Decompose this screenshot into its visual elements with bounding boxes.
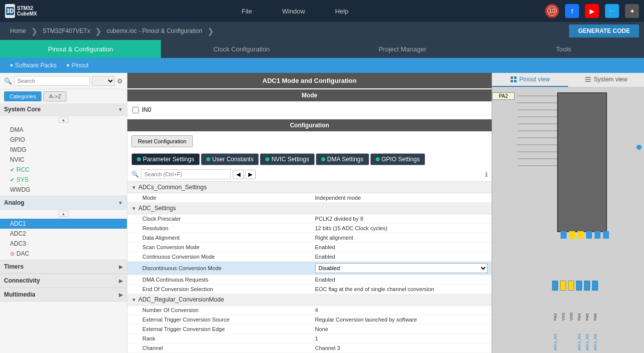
chip-pin-pa3[interactable] <box>561 231 567 239</box>
bottom-pin-vss-box[interactable] <box>560 281 566 291</box>
config-tab-dma[interactable]: DMA Settings <box>316 153 369 165</box>
sub-tab-pinout[interactable]: ▾ Pinout <box>66 62 88 69</box>
menu-window[interactable]: Window <box>282 7 305 15</box>
param-search-prev-button[interactable]: ◀ <box>233 170 244 179</box>
menu-file[interactable]: File <box>242 7 252 15</box>
group-adcs-common[interactable]: ▼ ADCs_Common_Settings <box>127 182 492 193</box>
nvic-label: NVIC <box>10 156 24 163</box>
svg-rect-5 <box>511 76 513 79</box>
youtube-icon[interactable]: ▶ <box>585 4 599 18</box>
sidebar-tab-categories[interactable]: Categories <box>4 91 41 101</box>
chip-pin-vdd2[interactable] <box>578 231 584 239</box>
param-search-input[interactable] <box>141 169 231 179</box>
config-tab-user-constants[interactable]: User Constants <box>201 153 259 165</box>
svg-rect-11 <box>585 81 591 82</box>
param-row-channel: Channel Channel 3 <box>127 344 492 353</box>
param-tab-dot <box>137 157 141 161</box>
bottom-pin-pa6-box[interactable] <box>592 281 598 291</box>
bottom-pin-pa4-box[interactable] <box>576 281 582 291</box>
scroll-up-btn[interactable]: ▲ <box>58 117 68 123</box>
bottom-pin-pa5-box[interactable] <box>584 281 590 291</box>
analog-scroll-up-btn[interactable]: ▲ <box>58 211 68 217</box>
network-icon[interactable]: ✦ <box>625 4 639 18</box>
sidebar-item-adc3[interactable]: ADC3 <box>0 239 127 249</box>
group-adc-regular[interactable]: ▼ ADC_Regular_ConversionMode <box>127 294 492 306</box>
timers-header[interactable]: Timers ▶ <box>0 260 127 274</box>
chip-pin-pa6[interactable] <box>603 231 609 239</box>
tab-pinout[interactable]: Pinout & Configuration <box>0 40 161 58</box>
chip-pin-pa4[interactable] <box>586 231 592 239</box>
search-input[interactable] <box>14 76 90 86</box>
param-row-discontinuous-mode: Discontinuous Conversion Mode Disabled E… <box>127 262 492 275</box>
breadcrumb-home[interactable]: Home <box>5 25 31 36</box>
discontinuous-mode-select[interactable]: Disabled Enabled <box>315 263 488 273</box>
svg-rect-10 <box>585 79 591 80</box>
trigger-source-name: External Trigger Conversion Source <box>142 317 315 323</box>
sidebar-item-sys[interactable]: ✔ SYS <box>0 175 127 185</box>
config-tabs: Parameter Settings User Constants NVIC S… <box>127 151 492 167</box>
sidebar: 🔍 ⚙ Categories A->Z System Core ▼ ▲ <box>0 73 127 353</box>
tab-system-view[interactable]: System view <box>568 73 644 87</box>
facebook-icon[interactable]: f <box>565 4 579 18</box>
chip-pin-vss[interactable] <box>569 231 575 239</box>
user-tab-dot <box>206 157 210 161</box>
adcs-common-expand-icon: ▼ <box>131 185 136 190</box>
discontinuous-mode-value[interactable]: Disabled Enabled <box>315 263 488 273</box>
search-dropdown[interactable] <box>92 76 115 86</box>
breadcrumb-project[interactable]: cubemx.ioc - Pinout & Configuration <box>101 25 207 36</box>
sidebar-search-row: 🔍 ⚙ <box>0 73 127 89</box>
breadcrumb-device[interactable]: STM32F407VETx <box>37 25 95 36</box>
analog-header[interactable]: Analog ▼ <box>0 196 127 210</box>
param-row-trigger-source: External Trigger Conversion Source Regul… <box>127 315 492 325</box>
gear-icon[interactable]: ⚙ <box>117 77 123 85</box>
generate-code-button[interactable]: GENERATE CODE <box>569 24 639 37</box>
in0-checkbox[interactable] <box>132 107 139 113</box>
param-search-next-button[interactable]: ▶ <box>245 170 256 179</box>
svg-text:3D: 3D <box>6 7 14 14</box>
config-tab-gpio[interactable]: GPIO Settings <box>370 153 426 165</box>
sidebar-item-nvic[interactable]: NVIC <box>0 155 127 165</box>
menu-help[interactable]: Help <box>335 7 349 15</box>
dac-error-icon: ⊘ <box>10 251 14 257</box>
adc-regular-label: ADC_Regular_ConversionMode <box>138 296 224 303</box>
pin-pa2[interactable]: PA2 <box>492 92 515 100</box>
system-core-header[interactable]: System Core ▼ <box>0 103 127 116</box>
config-tab-nvic[interactable]: NVIC Settings <box>260 153 314 165</box>
connectivity-chevron: ▶ <box>119 278 123 284</box>
config-tab-parameter[interactable]: Parameter Settings <box>131 153 200 165</box>
bottom-pin-labels: PA3 ADC1_IN3 VSS VDD PA4 ADC1_IN4 <box>552 281 598 351</box>
bottom-pin-vss-label: VSS <box>561 291 566 321</box>
dropdown-arrow-icon: ▾ <box>10 62 13 69</box>
dma-requests-name: DMA Continuous Requests <box>142 277 315 283</box>
sidebar-item-dac[interactable]: ⊘ DAC <box>0 249 127 259</box>
sidebar-item-rcc[interactable]: ✔ RCC <box>0 165 127 175</box>
discontinuous-mode-name: Discontinuous Conversion Mode <box>142 265 315 271</box>
tab-pinout-view[interactable]: Pinout view <box>492 73 568 87</box>
tab-clock[interactable]: Clock Configuration <box>161 40 322 58</box>
reset-configuration-button[interactable]: Reset Configuration <box>131 135 193 147</box>
param-info-icon[interactable]: ℹ <box>485 171 488 178</box>
sidebar-item-adc2[interactable]: ADC2 <box>0 229 127 239</box>
config-toolbar: Reset Configuration <box>127 131 492 151</box>
connectivity-label: Connectivity <box>4 277 40 284</box>
twitter-icon[interactable]: 🐦 <box>605 4 619 18</box>
system-view-icon <box>585 76 592 83</box>
tab-project[interactable]: Project Manager <box>322 40 483 58</box>
bottom-pin-pa3-box[interactable] <box>552 281 558 291</box>
sub-tab-software-packs[interactable]: ▾ Software Packs <box>10 62 56 69</box>
sidebar-item-iwdg[interactable]: IWDG <box>0 145 127 155</box>
sidebar-item-adc1[interactable]: ADC1 <box>0 219 127 229</box>
connectivity-header[interactable]: Connectivity ▶ <box>0 274 127 288</box>
sidebar-item-gpio[interactable]: GPIO <box>0 135 127 145</box>
svg-rect-7 <box>511 80 513 82</box>
tab-tools[interactable]: Tools <box>483 40 644 58</box>
chip-pin-pa5[interactable] <box>595 231 601 239</box>
sidebar-item-wwdg[interactable]: WWDG <box>0 185 127 195</box>
sidebar-item-dma[interactable]: DMA <box>0 125 127 135</box>
sidebar-tab-az[interactable]: A->Z <box>43 91 66 101</box>
multimedia-header[interactable]: Multimedia ▶ <box>0 288 127 302</box>
bottom-pin-vdd2-box[interactable] <box>568 281 574 291</box>
bottom-pin-pa5-func: ADC1_IN5 <box>586 321 589 351</box>
group-adc-settings[interactable]: ▼ ADC_Settings <box>127 203 492 214</box>
sidebar-section-timers: Timers ▶ <box>0 260 127 274</box>
